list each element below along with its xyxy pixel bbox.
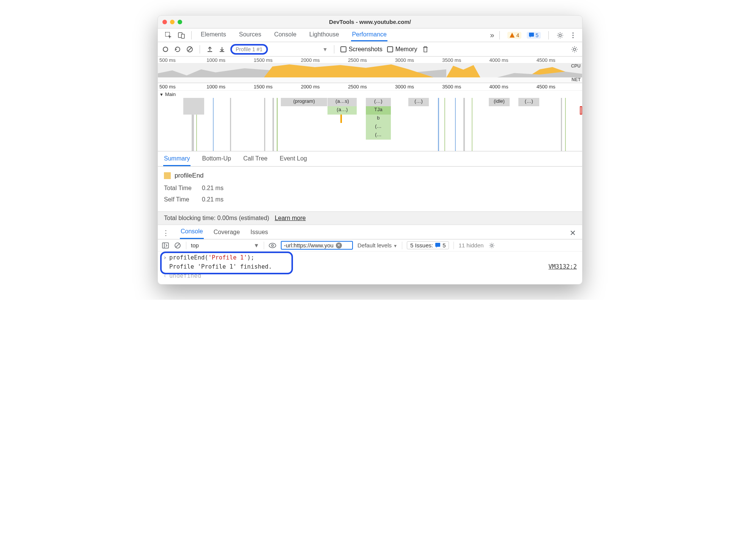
tab-lighthouse[interactable]: Lighthouse — [309, 29, 340, 41]
drawer-more-icon[interactable]: ⋮ — [162, 229, 171, 237]
flame-cell-program[interactable]: (program) — [281, 98, 327, 106]
capture-settings-gear-icon[interactable] — [571, 46, 578, 53]
svg-point-7 — [572, 37, 573, 38]
device-toolbar-icon[interactable] — [178, 31, 185, 39]
flame-ruler: 500 ms 1000 ms 1500 ms 2000 ms 2500 ms 3… — [158, 83, 582, 91]
svg-point-16 — [272, 244, 274, 246]
source-link[interactable]: VM3132:2 — [548, 263, 577, 270]
drawer-tabs: ⋮ Console Coverage Issues ✕ — [158, 225, 582, 239]
drawer-tab-console[interactable]: Console — [180, 227, 204, 239]
dtab-eventlog[interactable]: Event Log — [279, 154, 308, 166]
drawer-close-icon[interactable]: ✕ — [568, 228, 578, 238]
hidden-messages[interactable]: 11 hidden — [458, 242, 483, 249]
console-toolbar: top ▼ -url:https://www.you ✕ Default lev… — [158, 239, 582, 252]
flame-cell-b[interactable]: b — [366, 115, 391, 123]
timeline-overview[interactable]: 500 ms 1000 ms 1500 ms 2000 ms 2500 ms 3… — [158, 57, 582, 83]
dtab-bottomup[interactable]: Bottom-Up — [201, 154, 231, 166]
svg-line-9 — [188, 47, 192, 51]
event-name: profileEnd — [175, 172, 204, 179]
flame-cell-anon[interactable]: (a…s) — [327, 98, 357, 106]
output-chevron-icon: ‹ — [163, 272, 169, 279]
screenshots-checkbox[interactable]: Screenshots — [340, 46, 383, 53]
console-return-line: ‹ undefined — [158, 271, 582, 280]
console-input-line[interactable]: › profileEnd('Profile 1'); — [158, 253, 582, 262]
performance-toolbar: Profile 1 #1 ▼ Screenshots Memory — [158, 42, 582, 57]
zoom-window-icon[interactable] — [178, 20, 182, 24]
drawer-tab-coverage[interactable]: Coverage — [213, 227, 241, 239]
svg-point-5 — [572, 32, 573, 33]
flame-cell-e4[interactable]: (…) — [518, 98, 540, 106]
self-time-value: 0.21 ms — [202, 196, 224, 203]
overview-ruler: 500 ms 1000 ms 1500 ms 2000 ms 2500 ms 3… — [158, 57, 582, 63]
flame-chart[interactable]: 500 ms 1000 ms 1500 ms 2000 ms 2500 ms 3… — [158, 83, 582, 151]
profile-dropdown-caret-icon[interactable]: ▼ — [323, 46, 328, 52]
network-band: NET — [158, 77, 582, 83]
dtab-calltree[interactable]: Call Tree — [242, 154, 268, 166]
messages-badge[interactable]: 5 — [527, 32, 541, 39]
svg-line-14 — [176, 244, 179, 247]
window-controls — [162, 20, 182, 24]
flame-cell-e2[interactable]: (… — [366, 123, 391, 131]
console-settings-gear-icon[interactable] — [488, 242, 496, 249]
svg-point-10 — [573, 48, 576, 50]
svg-point-4 — [559, 34, 561, 36]
flame-cell-e3[interactable]: (… — [366, 131, 391, 140]
warnings-badge[interactable]: 4 — [507, 32, 521, 39]
svg-point-15 — [269, 243, 276, 248]
issues-button[interactable]: 5 Issues: 5 — [407, 241, 449, 249]
tab-elements[interactable]: Elements — [200, 29, 227, 41]
flame-cell-tja[interactable]: TJa — [366, 106, 391, 115]
console-context-selector[interactable]: top ▼ — [191, 242, 259, 249]
console-sidebar-toggle-icon[interactable] — [162, 242, 169, 249]
drawer-tab-issues[interactable]: Issues — [250, 227, 269, 239]
total-time-value: 0.21 ms — [202, 185, 224, 192]
svg-rect-2 — [181, 34, 184, 38]
window-title: DevTools - www.youtube.com/ — [158, 19, 582, 25]
minimize-window-icon[interactable] — [170, 20, 175, 24]
main-thread-row[interactable]: ▼ Main — [158, 91, 582, 98]
tab-sources[interactable]: Sources — [238, 29, 262, 41]
console-filter-input[interactable]: -url:https://www.you ✕ — [281, 241, 353, 250]
profile-selector[interactable]: Profile 1 #1 — [230, 44, 268, 55]
summary-panel: profileEnd Total Time0.21 ms Self Time0.… — [158, 167, 582, 211]
more-menu-icon[interactable] — [569, 31, 577, 39]
download-profile-button[interactable] — [218, 46, 226, 53]
tab-console[interactable]: Console — [273, 29, 297, 41]
inspect-element-icon[interactable] — [165, 31, 172, 39]
console-clear-icon[interactable] — [174, 242, 181, 249]
flame-body[interactable]: (program) (a…s) (…) (…) (idle) (…) (a…) … — [158, 98, 582, 151]
tab-performance[interactable]: Performance — [351, 29, 387, 41]
svg-rect-17 — [435, 243, 440, 247]
reload-record-button[interactable] — [174, 46, 181, 53]
svg-rect-11 — [162, 243, 168, 248]
console-output: › profileEnd('Profile 1'); Profile 'Prof… — [158, 252, 582, 284]
settings-gear-icon[interactable] — [556, 31, 564, 39]
delete-profile-button[interactable] — [422, 46, 429, 53]
collapse-triangle-icon[interactable]: ▼ — [159, 92, 164, 97]
flame-cell-a[interactable]: (a…) — [327, 106, 357, 115]
log-levels-selector[interactable]: Default levels ▼ — [357, 242, 397, 249]
warnings-count: 4 — [516, 32, 519, 38]
event-color-swatch — [164, 172, 171, 179]
learn-more-link[interactable]: Learn more — [275, 215, 306, 221]
clear-filter-icon[interactable]: ✕ — [336, 242, 342, 249]
main-tabstrip: Elements Sources Console Lighthouse Perf… — [158, 28, 582, 42]
tabs-overflow-icon[interactable]: » — [487, 31, 497, 39]
flame-cell-idle[interactable]: (idle) — [489, 98, 510, 106]
live-expression-icon[interactable] — [269, 242, 276, 249]
blocking-time-row: Total blocking time: 0.00ms (estimated) … — [158, 211, 582, 225]
detail-tabs: Summary Bottom-Up Call Tree Event Log — [158, 151, 582, 167]
dtab-summary[interactable]: Summary — [163, 154, 191, 166]
svg-rect-3 — [529, 33, 534, 36]
memory-checkbox[interactable]: Memory — [387, 46, 417, 53]
record-button[interactable] — [162, 46, 169, 53]
svg-point-18 — [491, 244, 493, 246]
upload-profile-button[interactable] — [206, 46, 214, 53]
devtools-window: DevTools - www.youtube.com/ Elements Sou… — [157, 15, 583, 285]
close-window-icon[interactable] — [162, 20, 167, 24]
svg-point-6 — [572, 35, 573, 36]
profile-label: Profile 1 #1 — [236, 46, 263, 52]
flame-cell-ellipsis2[interactable]: (…) — [408, 98, 430, 106]
clear-button[interactable] — [186, 46, 194, 53]
flame-cell-ellipsis[interactable]: (…) — [366, 98, 391, 106]
